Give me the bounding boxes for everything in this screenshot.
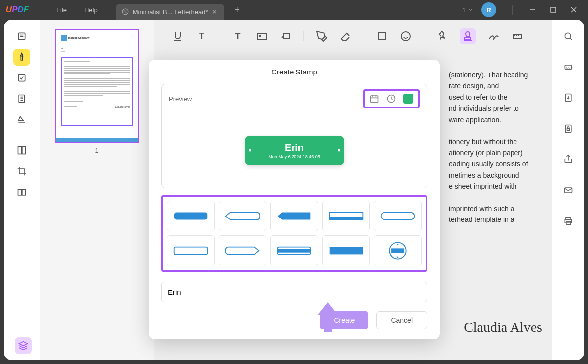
svg-rect-3 (551, 7, 556, 12)
stamp-shape-1[interactable] (167, 201, 215, 231)
svg-rect-16 (22, 147, 26, 154)
window-maximize-button[interactable] (550, 7, 556, 13)
window-close-button[interactable] (570, 6, 577, 13)
pencil-tool[interactable] (316, 30, 328, 42)
signature-tool[interactable] (488, 30, 500, 42)
layers-button[interactable] (15, 337, 32, 354)
thumb-company: Ingoude Company (68, 36, 90, 39)
chevron-down-icon (468, 7, 474, 13)
date-toggle[interactable] (369, 94, 379, 104)
shape-tool[interactable] (376, 30, 388, 42)
svg-rect-44 (371, 96, 378, 102)
svg-rect-49 (174, 213, 208, 220)
svg-rect-18 (22, 189, 26, 195)
stamp-shape-4[interactable] (322, 201, 370, 231)
svg-line-1 (123, 10, 127, 14)
svg-marker-43 (19, 342, 28, 346)
right-toolbar: OCR (552, 20, 584, 360)
stamp-preview: Erin Mon May 6 2024 18:46:05 (245, 136, 344, 165)
sticker-tool[interactable] (400, 30, 412, 42)
svg-rect-10 (18, 74, 25, 81)
edit-tool[interactable] (13, 70, 30, 86)
page-tool[interactable] (13, 90, 30, 107)
crop-tool[interactable] (13, 163, 30, 180)
document-tab[interactable]: Minimalist B... Letterhead* ✕ (116, 4, 225, 20)
stamp-shape-10[interactable] (374, 235, 422, 266)
thumbnail-page-number: 1 (95, 147, 98, 154)
create-stamp-dialog: Create Stamp Preview Erin Mon May 6 2024… (149, 60, 440, 339)
svg-point-30 (565, 33, 571, 39)
fill-tool[interactable] (13, 111, 30, 128)
callout-tool[interactable] (280, 30, 292, 42)
stamp-shape-5[interactable] (374, 201, 422, 231)
text-bold-tool[interactable]: T (232, 30, 244, 42)
measure-tool[interactable] (512, 30, 523, 42)
svg-rect-21 (284, 33, 290, 38)
organize-tool[interactable] (13, 142, 30, 159)
convert-button[interactable] (560, 89, 577, 106)
svg-rect-20 (257, 33, 266, 39)
stamp-tool[interactable] (460, 28, 476, 44)
stamp-shape-3[interactable] (270, 201, 318, 231)
annotation-toolbar: T T (162, 28, 544, 45)
pin-tool[interactable] (436, 30, 448, 42)
stamp-name-input[interactable] (161, 282, 427, 302)
window-minimize-button[interactable] (529, 6, 536, 13)
menu-help[interactable]: Help (75, 6, 107, 14)
preview-label: Preview (169, 95, 192, 103)
stamp-preview-box: Preview Erin Mon May 6 2024 18:46:05 (161, 84, 427, 188)
dialog-title: Create Stamp (149, 60, 440, 84)
stamp-shape-6[interactable] (167, 235, 215, 266)
title-bar: UPDF File Help Minimalist B... Letterhea… (0, 0, 588, 20)
ocr-button[interactable]: OCR (560, 59, 577, 75)
textbox-tool[interactable] (256, 30, 268, 42)
svg-point-23 (401, 32, 410, 41)
search-button[interactable] (560, 28, 577, 45)
stamp-shape-8[interactable] (270, 235, 318, 266)
app-logo: UPDF (0, 5, 35, 15)
svg-text:OCR: OCR (566, 66, 573, 69)
stamp-shape-9[interactable] (322, 235, 370, 266)
highlight-tool[interactable] (13, 49, 30, 66)
svg-rect-17 (18, 189, 22, 195)
protect-button[interactable] (560, 120, 577, 137)
svg-rect-51 (329, 217, 363, 220)
eraser-tool[interactable] (340, 30, 352, 42)
stamp-shape-7[interactable] (219, 235, 266, 266)
stamp-color-picker[interactable] (403, 94, 413, 104)
underline-tool[interactable] (172, 30, 184, 42)
svg-line-31 (570, 38, 572, 40)
svg-rect-52 (381, 213, 415, 220)
email-button[interactable] (560, 182, 577, 199)
svg-rect-37 (567, 128, 570, 130)
left-toolbar (4, 20, 40, 360)
page-count-dropdown[interactable]: 1 (462, 6, 474, 14)
share-button[interactable] (560, 151, 577, 168)
page-thumbnail-1[interactable]: Ingoude Company • • •• • • To— —— — — Cl… (55, 29, 139, 143)
text-tool[interactable]: T (196, 30, 208, 42)
tutorial-arrow (315, 302, 340, 332)
stamp-preview-date: Mon May 6 2024 18:46:05 (268, 154, 320, 159)
svg-rect-55 (278, 249, 311, 252)
reader-tool[interactable] (13, 28, 30, 45)
stamp-shape-picker (161, 195, 427, 272)
svg-point-59 (397, 244, 399, 245)
tab-label: Minimalist B... Letterhead* (133, 8, 208, 16)
svg-rect-15 (18, 147, 22, 154)
new-tab-button[interactable]: + (234, 5, 240, 15)
svg-rect-56 (329, 247, 363, 255)
svg-rect-9 (21, 56, 22, 60)
menu-file[interactable]: File (47, 6, 75, 14)
stamp-preview-name: Erin (285, 142, 304, 153)
compare-tool[interactable] (13, 184, 30, 201)
time-toggle[interactable] (386, 94, 396, 104)
svg-rect-53 (174, 247, 208, 255)
stamp-shape-2[interactable] (219, 201, 266, 231)
user-avatar[interactable]: R (481, 2, 496, 17)
svg-point-60 (397, 257, 399, 258)
print-button[interactable] (560, 213, 577, 229)
cancel-button[interactable]: Cancel (376, 311, 427, 329)
document-signature: Claudia Alves (464, 319, 542, 335)
close-tab-icon[interactable]: ✕ (212, 8, 219, 15)
svg-rect-58 (391, 248, 404, 253)
